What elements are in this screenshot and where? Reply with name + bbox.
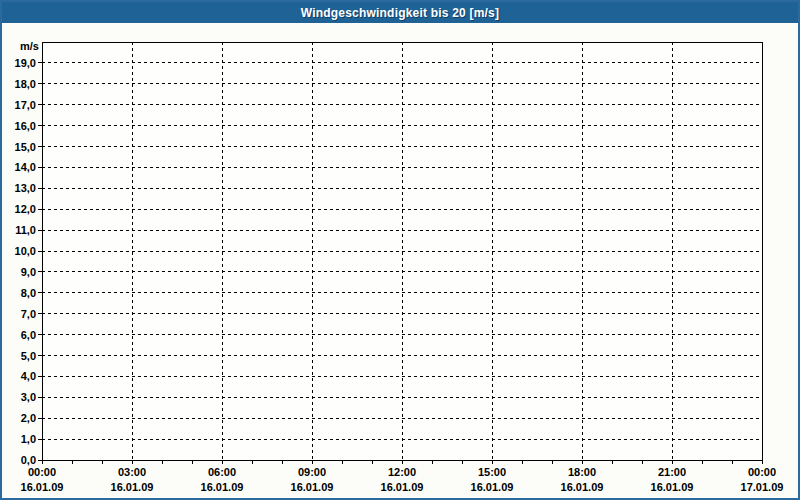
y-tick-label: 18,0: [15, 78, 36, 90]
y-tick-label: 19,0: [15, 57, 36, 69]
y-tick-label: 2,0: [21, 412, 36, 424]
x-date-label: 16.01.09: [561, 481, 604, 493]
x-date-label: 16.01.09: [291, 481, 334, 493]
x-time-label: 00:00: [748, 466, 776, 478]
x-date-label: 16.01.09: [381, 481, 424, 493]
x-time-label: 00:00: [28, 466, 56, 478]
y-tick-label: 0,0: [21, 454, 36, 466]
y-tick-label: 17,0: [15, 99, 36, 111]
x-date-label: 16.01.09: [201, 481, 244, 493]
x-date-label: 16.01.09: [111, 481, 154, 493]
wind-speed-chart: 0,01,02,03,04,05,06,07,08,09,010,011,012…: [2, 2, 800, 500]
y-tick-label: 13,0: [15, 182, 36, 194]
y-tick-label: 3,0: [21, 391, 36, 403]
y-tick-label: 9,0: [21, 266, 36, 278]
y-tick-label: 4,0: [21, 370, 36, 382]
x-time-label: 03:00: [118, 466, 146, 478]
x-date-label: 17.01.09: [741, 481, 784, 493]
x-time-label: 12:00: [388, 466, 416, 478]
y-tick-label: 11,0: [15, 224, 36, 236]
y-tick-label: 7,0: [21, 308, 36, 320]
y-tick-label: 12,0: [15, 203, 36, 215]
chart-panel: Windgeschwindigkeit bis 20 [m/s] 0,01,02…: [0, 0, 800, 500]
y-tick-label: 14,0: [15, 161, 36, 173]
x-time-label: 18:00: [568, 466, 596, 478]
x-date-label: 16.01.09: [471, 481, 514, 493]
y-unit-label: m/s: [20, 40, 39, 52]
y-tick-label: 8,0: [21, 287, 36, 299]
y-tick-label: 16,0: [15, 120, 36, 132]
y-tick-label: 10,0: [15, 245, 36, 257]
y-tick-label: 15,0: [15, 141, 36, 153]
y-tick-label: 5,0: [21, 350, 36, 362]
x-date-label: 16.01.09: [21, 481, 64, 493]
x-date-label: 16.01.09: [651, 481, 694, 493]
x-time-label: 09:00: [298, 466, 326, 478]
x-time-label: 15:00: [478, 466, 506, 478]
x-time-label: 06:00: [208, 466, 236, 478]
y-tick-label: 1,0: [21, 433, 36, 445]
y-tick-label: 6,0: [21, 329, 36, 341]
x-time-label: 21:00: [658, 466, 686, 478]
